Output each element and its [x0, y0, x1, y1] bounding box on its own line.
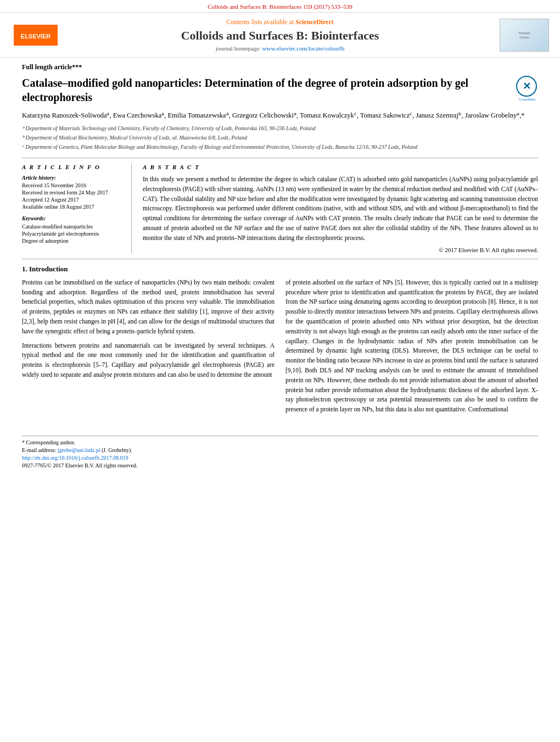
journal-header-bar: Colloids and Surfaces B: Biointerfaces 1…: [0, 0, 560, 13]
journal-homepage: journal homepage: www.elsevier.com/locat…: [60, 45, 500, 52]
email-person: (J. Grobelny).: [102, 447, 132, 453]
journal-citation: Colloids and Surfaces B: Biointerfaces 1…: [208, 3, 352, 10]
abstract-heading: A B S T R A C T: [143, 164, 538, 170]
introduction-section: 1. Introduction Proteins can be immobili…: [22, 265, 538, 419]
article-info-panel: A R T I C L E I N F O Article history: R…: [22, 164, 132, 253]
keyword-1: Catalase-modified nanoparticles: [22, 224, 123, 230]
revised-date: Received in revised form 24 May 2017: [22, 189, 123, 196]
received-date: Received 15 November 2016: [22, 182, 123, 188]
affiliation-a: ᵃ Department of Materials Technology and…: [22, 124, 538, 132]
footnotes-section: * Corresponding author. E-mail address: …: [0, 425, 560, 476]
crossmark-badge[interactable]: ✕ CrossMark: [516, 76, 538, 98]
intro-right-column: of protein adsorbed on the surface of NP…: [285, 278, 538, 419]
copyright: © 2017 Elsevier B.V. All rights reserved…: [143, 247, 538, 253]
article-content: Full length article*** Catalase–modified…: [0, 58, 560, 425]
sciencedirect-link: Contents lists available at ScienceDirec…: [60, 18, 500, 26]
section-divider: [22, 259, 538, 259]
sciencedirect-label[interactable]: ScienceDirect: [295, 18, 334, 26]
journal-name: Colloids and Surfaces B: Biointerfaces: [60, 29, 500, 43]
article-info-abstract: A R T I C L E I N F O Article history: R…: [22, 158, 538, 253]
section-number: 1.: [22, 265, 27, 273]
intro-title: 1. Introduction: [22, 265, 538, 274]
email-line: E-mail address: jgrobe@uni.lodz.pl (J. G…: [22, 447, 538, 453]
intro-text-left-2: Interactions between proteins and nanoma…: [22, 341, 275, 380]
article-type: Full length article***: [22, 63, 538, 71]
history-heading: Article history:: [22, 175, 123, 181]
intro-text-left: Proteins can be immobilised on the surfa…: [22, 278, 275, 337]
affiliation-b: ᵇ Department of Medical Biochemistry, Me…: [22, 133, 538, 142]
affiliation-c: ᶜ Department of Genetics, Plant Molecula…: [22, 143, 538, 151]
affiliations: ᵃ Department of Materials Technology and…: [22, 124, 538, 151]
journal-thumbnail: JournalCover: [500, 19, 549, 52]
intro-left-column: Proteins can be immobilised on the surfa…: [22, 278, 275, 419]
elsevier-logo: ELSEVIER: [11, 24, 60, 46]
doi-line: http://dx.doi.org/10.1016/j.colsurfb.201…: [22, 455, 538, 461]
article-info-heading: A R T I C L E I N F O: [22, 164, 123, 170]
issn-line: 0927-7765/© 2017 Elsevier B.V. All right…: [22, 462, 538, 468]
crossmark-icon: ✕: [523, 80, 531, 92]
journal-title-section: Contents lists available at ScienceDirec…: [60, 18, 500, 52]
section-name: Introduction: [29, 265, 68, 273]
keyword-2: Polyacrylamide gel electrophoresis: [22, 231, 123, 237]
intro-text-right: of protein adsorbed on the surface of NP…: [285, 278, 538, 415]
article-title: Catalase–modified gold nanoparticles: De…: [22, 76, 511, 104]
email-link[interactable]: jgrobe@uni.lodz.pl: [58, 447, 100, 453]
title-row: Catalase–modified gold nanoparticles: De…: [22, 76, 538, 104]
email-label: E-mail address:: [22, 447, 56, 453]
accepted-date: Accepted 12 August 2017: [22, 197, 123, 203]
intro-body: Proteins can be immobilised on the surfa…: [22, 278, 538, 419]
svg-text:ELSEVIER: ELSEVIER: [21, 33, 51, 40]
homepage-link[interactable]: www.elsevier.com/locate/colsurfb: [262, 45, 345, 52]
keywords-heading: Keywords:: [22, 215, 123, 221]
footnote-block: * Corresponding author. E-mail address: …: [22, 436, 538, 468]
doi-link[interactable]: http://dx.doi.org/10.1016/j.colsurfb.201…: [22, 455, 128, 461]
authors: Katarzyna Ranoszek-Soliwodaᵃ, Ewa Czecho…: [22, 110, 538, 121]
keywords-section: Keywords: Catalase-modified nanoparticle…: [22, 215, 123, 244]
keyword-3: Degree of adsorption: [22, 238, 123, 244]
abstract-text: In this study we present a method to det…: [143, 175, 538, 243]
journal-header: ELSEVIER Contents lists available at Sci…: [0, 13, 560, 58]
corresponding-author: * Corresponding author.: [22, 439, 538, 445]
article-history: Article history: Received 15 November 20…: [22, 175, 123, 210]
crossmark-label: CrossMark: [516, 97, 538, 102]
online-date: Available online 18 August 2017: [22, 204, 123, 210]
authors-list: Katarzyna Ranoszek-Soliwodaᵃ, Ewa Czecho…: [22, 111, 525, 119]
abstract-section: A B S T R A C T In this study we present…: [143, 164, 538, 253]
